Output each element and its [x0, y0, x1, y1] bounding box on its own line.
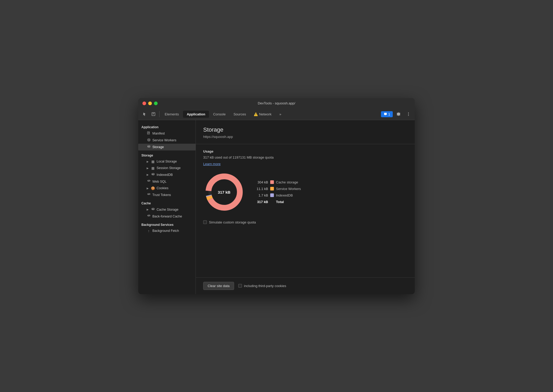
svg-point-9 — [148, 180, 150, 181]
clear-site-data-button[interactable]: Clear site data — [203, 282, 234, 290]
tab-elements[interactable]: Elements — [161, 111, 183, 118]
devtools-window: DevTools - squoosh.app/ Elements Applica… — [138, 98, 415, 294]
tab-console[interactable]: Console — [209, 111, 229, 118]
third-party-cookies-checkbox[interactable] — [238, 284, 242, 288]
traffic-lights — [142, 102, 158, 105]
svg-point-8 — [152, 173, 154, 174]
page-title: Storage — [203, 126, 407, 133]
svg-point-12 — [148, 215, 150, 216]
svg-point-3 — [408, 115, 409, 116]
sidebar-item-local-storage-label: Local Storage — [157, 160, 177, 163]
legend-workers-color — [270, 187, 274, 191]
sidebar-item-session-storage-label: Session Storage — [157, 166, 181, 170]
close-button[interactable] — [142, 102, 146, 105]
backforward-cache-icon — [147, 214, 151, 219]
chevron-cookies: ▶ — [147, 187, 149, 190]
sidebar-item-backforward-cache[interactable]: Back-forward Cache — [138, 213, 196, 220]
chevron-session-storage: ▶ — [147, 167, 149, 170]
sidebar-item-service-workers[interactable]: Service Workers — [138, 137, 196, 144]
messages-badge-btn[interactable]: 1 — [381, 111, 393, 117]
legend-indexeddb-color — [270, 193, 274, 197]
third-party-cookies-row: including third-party cookies — [238, 284, 286, 288]
svg-point-1 — [408, 113, 409, 113]
svg-point-10 — [148, 193, 150, 194]
chevron-local-storage: ▶ — [147, 160, 149, 163]
minimize-button[interactable] — [148, 102, 152, 105]
svg-point-2 — [408, 114, 409, 115]
tab-network[interactable]: ⚠️Network — [250, 111, 275, 118]
inspect-icon-btn[interactable] — [149, 110, 158, 118]
legend-total-value: 317 kB — [256, 200, 268, 204]
manifest-icon — [147, 131, 151, 136]
sidebar-section-cache: Cache — [138, 198, 196, 206]
sidebar-item-background-fetch-label: Background Fetch — [152, 229, 179, 233]
content-body: Usage 317 kB used out of 1197131 MB stor… — [196, 144, 415, 277]
local-storage-icon: ▦ — [151, 160, 155, 164]
badge-count: 1 — [388, 112, 390, 116]
learn-more-link[interactable]: Learn more — [203, 162, 220, 166]
maximize-button[interactable] — [154, 102, 158, 105]
sidebar-item-websql[interactable]: Web SQL — [138, 178, 196, 185]
sidebar-item-cookies-label: Cookies — [157, 186, 168, 190]
sidebar-item-indexeddb[interactable]: ▶ IndexedDB — [138, 171, 196, 178]
sidebar-item-storage[interactable]: Storage — [138, 144, 196, 150]
more-options-icon-btn[interactable] — [404, 110, 413, 118]
legend-item-workers: 11.1 kB Service Workers — [256, 187, 301, 191]
tab-sources[interactable]: Sources — [230, 111, 250, 118]
toolbar-divider — [159, 111, 159, 117]
page-url: https://squoosh.app — [203, 135, 407, 139]
sidebar-item-local-storage[interactable]: ▶ ▦ Local Storage — [138, 158, 196, 165]
legend-total-label: Total — [276, 200, 284, 204]
sidebar-item-cookies[interactable]: ▶ 🍪 Cookies — [138, 185, 196, 192]
cookies-icon: 🍪 — [151, 186, 155, 190]
sidebar-item-session-storage[interactable]: ▶ ▦ Session Storage — [138, 165, 196, 171]
chevron-indexeddb: ▶ — [147, 173, 149, 176]
svg-point-5 — [147, 138, 150, 141]
cursor-icon-btn[interactable] — [140, 110, 149, 118]
titlebar: DevTools - squoosh.app/ — [138, 98, 415, 109]
sidebar-item-cache-storage[interactable]: ▶ Cache Storage — [138, 206, 196, 213]
legend-item-indexeddb: 1.7 kB IndexedDB — [256, 193, 301, 197]
tab-application[interactable]: Application — [183, 111, 209, 118]
legend-workers-label: Service Workers — [276, 187, 301, 191]
legend-workers-value: 11.1 kB — [256, 187, 268, 191]
third-party-cookies-label: including third-party cookies — [244, 284, 286, 288]
svg-point-11 — [152, 208, 154, 209]
legend-item-total: 317 kB Total — [256, 200, 301, 204]
simulate-quota-row: Simulate custom storage quota — [203, 220, 407, 224]
donut-chart: 317 kB — [203, 171, 245, 213]
simulate-quota-checkbox[interactable] — [203, 220, 207, 224]
content-footer: Clear site data including third-party co… — [196, 277, 415, 294]
legend-cache-label: Cache storage — [276, 180, 298, 184]
sidebar-item-indexeddb-label: IndexedDB — [157, 173, 173, 177]
donut-center-label: 317 kB — [218, 190, 230, 194]
sidebar-item-service-workers-label: Service Workers — [152, 138, 176, 142]
settings-icon-btn[interactable] — [394, 110, 403, 118]
sidebar-item-trust-tokens[interactable]: Trust Tokens — [138, 192, 196, 198]
sidebar-section-background-services: Background Services — [138, 220, 196, 228]
toolbar-right: 1 — [381, 110, 413, 118]
legend-cache-color — [270, 180, 274, 184]
chevron-cache-storage: ▶ — [147, 208, 149, 211]
sidebar-item-manifest-label: Manifest — [152, 132, 165, 135]
service-workers-icon — [147, 138, 151, 142]
sidebar-item-background-fetch[interactable]: ↑ Background Fetch — [138, 228, 196, 234]
sidebar-item-manifest[interactable]: Manifest — [138, 130, 196, 137]
warning-icon: ⚠️ — [254, 112, 258, 116]
sidebar-item-backforward-cache-label: Back-forward Cache — [152, 215, 182, 218]
content-header: Storage https://squoosh.app — [196, 120, 415, 144]
toolbar: Elements Application Console Sources ⚠️N… — [138, 109, 415, 120]
tab-more[interactable]: » — [276, 111, 285, 118]
sidebar-section-storage: Storage — [138, 150, 196, 158]
session-storage-icon: ▦ — [151, 166, 155, 170]
usage-label: Usage — [203, 149, 407, 153]
content-panel: Storage https://squoosh.app Usage 317 kB… — [196, 120, 415, 294]
simulate-quota-label: Simulate custom storage quota — [209, 220, 256, 224]
sidebar-item-websql-label: Web SQL — [152, 180, 167, 183]
background-fetch-icon: ↑ — [147, 229, 151, 233]
websql-icon — [147, 180, 151, 184]
usage-text: 317 kB used out of 1197131 MB storage qu… — [203, 155, 407, 159]
chart-area: 317 kB 304 kB Cache storage 11.1 kB Serv… — [203, 171, 407, 213]
sidebar-item-cache-storage-label: Cache Storage — [157, 208, 178, 211]
sidebar-item-storage-label: Storage — [152, 145, 164, 149]
